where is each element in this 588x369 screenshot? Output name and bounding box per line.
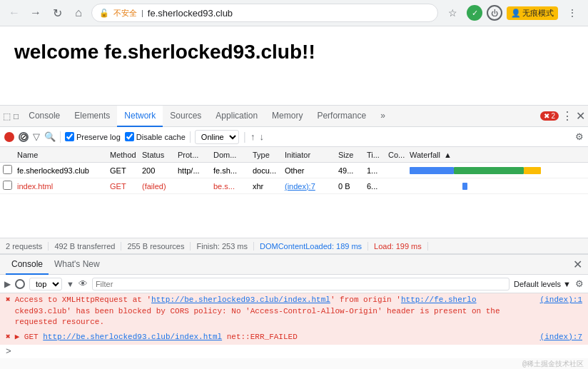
- console-stop-icon[interactable]: [15, 279, 25, 289]
- forward-button[interactable]: →: [27, 4, 44, 21]
- network-table: Name Method Status Prot... Dom... Type I…: [0, 147, 588, 238]
- row2-type: xhr: [253, 182, 285, 191]
- prompt-icon: >: [6, 346, 11, 357]
- nav-bar: ← → ↻ ⌂ 🔓 不安全 | fe.sherlocked93.club ☆ ✓…: [0, 0, 588, 26]
- bookmark-button[interactable]: ☆: [442, 3, 462, 23]
- filter-icon[interactable]: ▽: [33, 131, 40, 142]
- separator-3: |: [243, 131, 246, 143]
- tab-memory[interactable]: Memory: [265, 106, 310, 127]
- home-button[interactable]: ⌂: [70, 4, 87, 21]
- console-messages: ✖ Access to XMLHttpRequest at 'http://be…: [0, 293, 588, 369]
- console-toolbar: ▶ top ▼ 👁 Default levels ▼ ⚙: [0, 275, 588, 293]
- devtools-menu-icon[interactable]: ⋮: [562, 109, 573, 123]
- row1-status: 200: [142, 166, 178, 175]
- cors-error-text: Access to XMLHttpRequest at 'http://be.s…: [15, 295, 536, 328]
- tab-performance[interactable]: Performance: [310, 106, 373, 127]
- power-button: ⏻: [487, 5, 502, 21]
- watermark: @稀土掘金技术社区: [0, 358, 588, 369]
- security-label: 不安全: [113, 8, 137, 19]
- header-co: Co...: [388, 151, 410, 159]
- search-icon[interactable]: 🔍: [44, 131, 56, 142]
- row1-size: 49...: [338, 166, 367, 175]
- header-time: Ti...: [367, 151, 388, 159]
- tab-application[interactable]: Application: [208, 106, 265, 127]
- devtools-tabs: ⬚ □ Console Elements Network Sources App…: [0, 106, 588, 127]
- header-size: Size: [338, 151, 367, 159]
- header-initiator: Initiator: [285, 151, 338, 159]
- record-button[interactable]: [4, 132, 14, 142]
- row2-name: index.html: [17, 182, 110, 191]
- table-row[interactable]: index.html GET (failed) be.s... xhr (ind…: [0, 178, 588, 194]
- header-name: Name: [17, 151, 110, 159]
- row2-domain: be.s...: [213, 182, 253, 191]
- row1-domain: fe.sh...: [213, 166, 253, 175]
- console-filter-input[interactable]: [92, 278, 510, 290]
- console-close-icon[interactable]: ✕: [573, 258, 582, 271]
- error-icon: ✖: [6, 295, 11, 305]
- dock-icon-1[interactable]: ⬚: [3, 111, 11, 121]
- row1-name: fe.sherlocked93.club: [17, 166, 110, 175]
- default-levels-dropdown[interactable]: Default levels ▼: [514, 280, 571, 288]
- browser-chrome: ← → ↻ ⌂ 🔓 不安全 | fe.sherlocked93.club ☆ ✓…: [0, 0, 588, 26]
- row2-initiator[interactable]: (index):7: [285, 182, 338, 191]
- console-tabs: Console What's New ✕: [0, 255, 588, 275]
- console-prompt: >: [0, 345, 588, 358]
- tab-console[interactable]: Console: [21, 106, 67, 127]
- console-error-msg: ✖ Access to XMLHttpRequest at 'http://be…: [0, 293, 588, 330]
- network-status-bar: 2 requests 492 B transferred 255 B resou…: [0, 238, 588, 253]
- cors-error-location[interactable]: (index):1: [540, 295, 582, 305]
- lock-icon: 🔓: [99, 9, 109, 18]
- devtools-right-controls: ✖ 2 ⋮ ✕: [540, 109, 585, 123]
- devtools-dock-icons: ⬚ □: [3, 111, 19, 121]
- header-status: Status: [142, 151, 178, 159]
- tab-console-inner[interactable]: Console: [6, 255, 49, 275]
- context-select[interactable]: top: [29, 278, 62, 290]
- header-proto: Prot...: [178, 151, 213, 159]
- row1-time: 1...: [367, 166, 388, 175]
- finish-time: Finish: 253 ms: [191, 242, 254, 251]
- console-settings-icon[interactable]: ⚙: [575, 278, 584, 289]
- upload-icon[interactable]: ↑: [250, 131, 255, 142]
- tab-elements[interactable]: Elements: [67, 106, 117, 127]
- menu-button[interactable]: ⋮: [562, 3, 582, 23]
- tab-network[interactable]: Network: [117, 106, 163, 127]
- url-display: fe.sherlocked93.club: [148, 8, 233, 19]
- table-header: Name Method Status Prot... Dom... Type I…: [0, 147, 588, 163]
- disable-cache-checkbox[interactable]: Disable cache: [125, 132, 186, 141]
- header-waterfall: Waterfall ▲: [410, 151, 585, 159]
- separator-1: [60, 131, 61, 143]
- tab-more[interactable]: »: [373, 106, 392, 127]
- preserve-log-checkbox[interactable]: Preserve log: [65, 132, 121, 141]
- tab-sources[interactable]: Sources: [163, 106, 208, 127]
- download-icon[interactable]: ↓: [260, 131, 265, 142]
- network-settings-icon[interactable]: ⚙: [575, 131, 584, 142]
- resources-size: 255 B resources: [121, 242, 191, 251]
- page-content: welcome fe.sherlocked93.club!!: [0, 26, 588, 105]
- wuhen-mode-button: 👤 无痕模式: [507, 6, 558, 20]
- row2-time: 6...: [367, 182, 388, 191]
- back-button[interactable]: ←: [6, 4, 23, 21]
- dock-icon-2[interactable]: □: [14, 111, 19, 121]
- table-row[interactable]: fe.sherlocked93.club GET 200 http/... fe…: [0, 163, 588, 178]
- reload-button[interactable]: ↻: [49, 4, 66, 21]
- wuhen-icon: 👤: [511, 9, 521, 18]
- dom-loaded-time: DOMContentLoaded: 189 ms: [254, 242, 368, 251]
- header-method: Method: [110, 151, 142, 159]
- row2-waterfall: [410, 181, 585, 191]
- network-toolbar: ⊘ ▽ 🔍 Preserve log Disable cache Online …: [0, 127, 588, 147]
- tab-whats-new[interactable]: What's New: [49, 255, 106, 275]
- throttle-select[interactable]: Online: [195, 130, 239, 144]
- requests-count: 2 requests: [6, 242, 49, 251]
- devtools-close-icon[interactable]: ✕: [576, 109, 585, 123]
- right-icons: ☆ ✓ ⏻ 👤 无痕模式 ⋮: [442, 3, 582, 23]
- devtools-panel: ⬚ □ Console Elements Network Sources App…: [0, 105, 588, 369]
- net-error-location[interactable]: (index):7: [540, 332, 582, 343]
- address-bar[interactable]: 🔓 不安全 | fe.sherlocked93.club: [91, 4, 438, 22]
- eye-icon[interactable]: 👁: [78, 278, 88, 289]
- wuhen-label: 无痕模式: [522, 8, 554, 19]
- stop-button[interactable]: ⊘: [19, 132, 29, 142]
- console-execute-icon[interactable]: ▶: [4, 279, 11, 289]
- error-badge: ✖ 2: [540, 111, 559, 121]
- row1-waterfall: [410, 166, 585, 176]
- console-net-error-msg: ✖ ▶ GET http://be.sherlocked93.club/inde…: [0, 330, 588, 345]
